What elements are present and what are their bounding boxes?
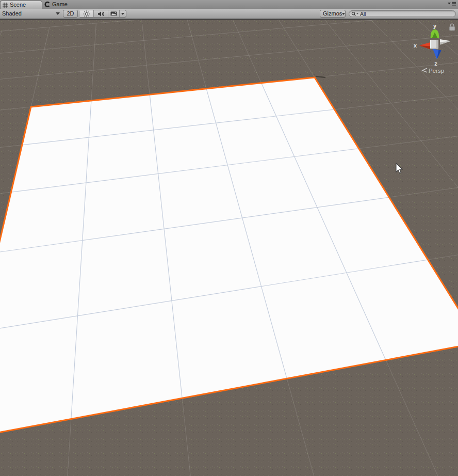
chevron-down-icon <box>56 12 60 15</box>
scene-search-input[interactable]: All <box>349 10 456 17</box>
tab-game-label: Game <box>52 1 68 7</box>
axis-z-label: z <box>434 60 437 67</box>
render-mode-dropdown[interactable]: Shaded <box>2 10 60 18</box>
toggle-2d-label: 2D <box>67 10 74 18</box>
tab-game[interactable]: Game <box>44 1 68 8</box>
effects-toggle-button[interactable] <box>108 10 120 17</box>
tab-scene-label: Scene <box>10 2 26 8</box>
audio-toggle-button[interactable] <box>94 10 108 17</box>
search-value: All <box>360 11 366 17</box>
chevron-down-icon <box>342 13 345 15</box>
tab-scene[interactable]: Scene <box>0 1 42 9</box>
grid-icon <box>3 3 8 8</box>
gizmo-cube-shade <box>436 40 438 48</box>
game-icon <box>44 2 50 7</box>
projection-label[interactable]: Persp <box>429 68 444 74</box>
chevron-down-icon <box>121 13 124 15</box>
render-mode-label: Shaded <box>2 10 22 18</box>
scene-toggle-group <box>79 10 126 18</box>
toggle-2d-button[interactable]: 2D <box>63 10 78 18</box>
gizmos-dropdown[interactable]: Gizmos <box>320 10 346 18</box>
effects-dropdown-button[interactable] <box>120 10 126 17</box>
unity-scene-window: Scene Game Shaded 2D <box>0 0 458 476</box>
search-icon <box>351 11 359 17</box>
window-menu-icon[interactable] <box>448 2 456 6</box>
gizmos-label: Gizmos <box>323 10 342 18</box>
scene-toolbar: Shaded 2D <box>0 9 458 19</box>
lighting-toggle-button[interactable] <box>79 10 94 17</box>
tab-bar: Scene Game <box>0 0 458 9</box>
axis-x-label: x <box>414 42 417 49</box>
image-icon <box>110 11 117 16</box>
speaker-icon <box>97 11 104 17</box>
scene-viewport[interactable]: y x z Persp <box>0 20 458 476</box>
axis-y-label: y <box>433 23 437 29</box>
sun-icon <box>83 10 90 18</box>
